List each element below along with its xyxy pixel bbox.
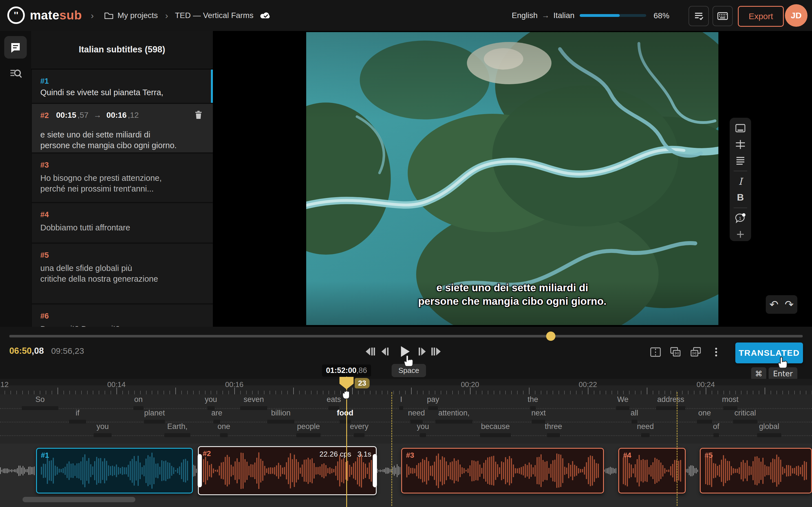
- source-word[interactable]: I: [400, 395, 402, 404]
- source-word[interactable]: billion: [271, 409, 290, 417]
- stack-track-button[interactable]: [689, 345, 702, 359]
- word-timing-bar[interactable]: [267, 420, 294, 424]
- timeline-horizontal-scrollbar[interactable]: [22, 497, 135, 502]
- cue-text[interactable]: Quindi se vivete sul pianeta Terra,: [40, 87, 202, 98]
- seek-knob[interactable]: [546, 332, 555, 341]
- source-word[interactable]: Earth,: [167, 422, 188, 431]
- source-word[interactable]: critical: [734, 409, 756, 417]
- cue-timecodes[interactable]: 00:15,57→00:16,12: [56, 111, 139, 120]
- block-resize-handle-left[interactable]: [198, 454, 202, 487]
- bold-button[interactable]: B: [733, 190, 748, 204]
- word-timing-bar[interactable]: [420, 433, 426, 437]
- word-timing-bar[interactable]: [340, 420, 351, 424]
- source-word[interactable]: need: [637, 422, 654, 431]
- source-word[interactable]: need: [408, 409, 425, 417]
- skip-forward-button[interactable]: [430, 345, 442, 358]
- matesub-logo[interactable]: '' matesub: [7, 6, 82, 24]
- source-word[interactable]: We: [617, 395, 628, 404]
- word-timing-bar[interactable]: [94, 433, 112, 437]
- duplicate-track-button[interactable]: [668, 345, 682, 359]
- source-word[interactable]: on: [134, 395, 143, 404]
- word-timing-bar[interactable]: [133, 406, 144, 410]
- word-timing-bar[interactable]: [631, 420, 637, 424]
- source-word[interactable]: you: [205, 395, 217, 404]
- word-timing-bar[interactable]: [399, 406, 403, 410]
- comments-button[interactable]: 1: [733, 212, 748, 225]
- source-word[interactable]: food: [337, 409, 353, 417]
- source-word[interactable]: if: [75, 409, 80, 417]
- subtitle-cue[interactable]: #3Ho bisogno che presti attenzione,perch…: [32, 154, 213, 202]
- source-word[interactable]: most: [722, 395, 739, 404]
- subtitles-tab[interactable]: [4, 36, 27, 59]
- source-word[interactable]: you: [417, 422, 429, 431]
- cue-text[interactable]: una delle sfide globali piùcritiche dell…: [40, 263, 202, 284]
- word-timing-bar[interactable]: [616, 406, 629, 410]
- frame-forward-button[interactable]: [416, 345, 428, 358]
- subtitle-block[interactable]: #3: [401, 448, 604, 494]
- more-options-button[interactable]: [711, 345, 721, 359]
- source-word[interactable]: every: [350, 422, 368, 431]
- subtitle-block[interactable]: #5: [700, 448, 812, 494]
- source-word[interactable]: eats: [326, 395, 341, 404]
- subtitle-cue[interactable]: #5una delle sfide globali piùcritiche de…: [32, 244, 213, 303]
- word-timing-bar[interactable]: [144, 420, 165, 424]
- breadcrumb-project-name[interactable]: TED — Vertical Farms: [175, 11, 253, 20]
- word-timing-bar[interactable]: [354, 433, 364, 437]
- subtitle-cue[interactable]: #4Dobbiamo tutti affrontare: [32, 203, 213, 242]
- add-line-button[interactable]: [733, 227, 748, 241]
- position-bottom-button[interactable]: [733, 122, 748, 135]
- word-timing-bar[interactable]: [532, 420, 545, 424]
- undo-icon[interactable]: ↶: [769, 298, 778, 311]
- word-timing-bar[interactable]: [641, 433, 650, 437]
- source-word[interactable]: you: [96, 422, 109, 431]
- translated-button[interactable]: TRANSLATED: [735, 342, 803, 363]
- redo-icon[interactable]: ↷: [784, 298, 794, 311]
- word-timing-bar[interactable]: [435, 420, 472, 424]
- word-timing-bar[interactable]: [240, 406, 267, 410]
- source-word[interactable]: three: [545, 422, 562, 431]
- word-timing-bar[interactable]: [428, 406, 438, 410]
- breadcrumb-my-projects[interactable]: My projects: [117, 11, 158, 20]
- merge-cue-button[interactable]: [733, 138, 748, 152]
- word-timing-bar[interactable]: [547, 433, 560, 437]
- source-word[interactable]: because: [481, 422, 510, 431]
- source-word[interactable]: one: [698, 409, 711, 417]
- source-word[interactable]: seven: [244, 395, 264, 404]
- video-player[interactable]: e siete uno dei sette miliardi di person…: [306, 32, 718, 325]
- shortcuts-button[interactable]: [712, 6, 733, 26]
- italic-button[interactable]: I: [733, 175, 748, 188]
- source-word[interactable]: next: [531, 409, 546, 417]
- word-timing-bar[interactable]: [697, 420, 712, 424]
- word-timing-bar[interactable]: [220, 433, 228, 437]
- subtitle-block[interactable]: #4: [618, 448, 686, 494]
- word-timing-bar[interactable]: [713, 433, 719, 437]
- word-timing-bar[interactable]: [22, 406, 58, 410]
- word-timing-bar[interactable]: [480, 433, 511, 437]
- export-button[interactable]: Export: [738, 6, 784, 27]
- source-word[interactable]: pay: [427, 395, 439, 404]
- word-timing-bar[interactable]: [164, 433, 190, 437]
- source-word[interactable]: address: [657, 395, 684, 404]
- word-timing-bar[interactable]: [733, 420, 757, 424]
- split-view-button[interactable]: [649, 345, 662, 359]
- subtitle-cue[interactable]: #1Quindi se vivete sul pianeta Terra,: [32, 69, 213, 103]
- source-word[interactable]: one: [217, 422, 230, 431]
- avatar[interactable]: JD: [785, 4, 808, 27]
- frame-back-button[interactable]: [378, 345, 391, 358]
- source-word[interactable]: are: [211, 409, 222, 417]
- block-resize-handle-right[interactable]: [373, 454, 377, 487]
- qa-checklist-button[interactable]: [689, 6, 709, 26]
- source-word[interactable]: all: [630, 409, 638, 417]
- source-word[interactable]: So: [35, 395, 45, 404]
- source-word[interactable]: attention,: [438, 409, 469, 417]
- word-timing-bar[interactable]: [757, 433, 781, 437]
- word-timing-bar[interactable]: [656, 406, 686, 410]
- search-subtitles-button[interactable]: [8, 65, 23, 81]
- source-word[interactable]: of: [713, 422, 719, 431]
- skip-back-button[interactable]: [364, 345, 376, 358]
- source-word[interactable]: people: [297, 422, 320, 431]
- word-timing-bar[interactable]: [296, 433, 320, 437]
- cue-text[interactable]: e siete uno dei sette miliardi dipersone…: [40, 129, 202, 151]
- cue-text[interactable]: Ho bisogno che presti attenzione,perché …: [40, 173, 202, 194]
- justify-lines-button[interactable]: [733, 154, 748, 167]
